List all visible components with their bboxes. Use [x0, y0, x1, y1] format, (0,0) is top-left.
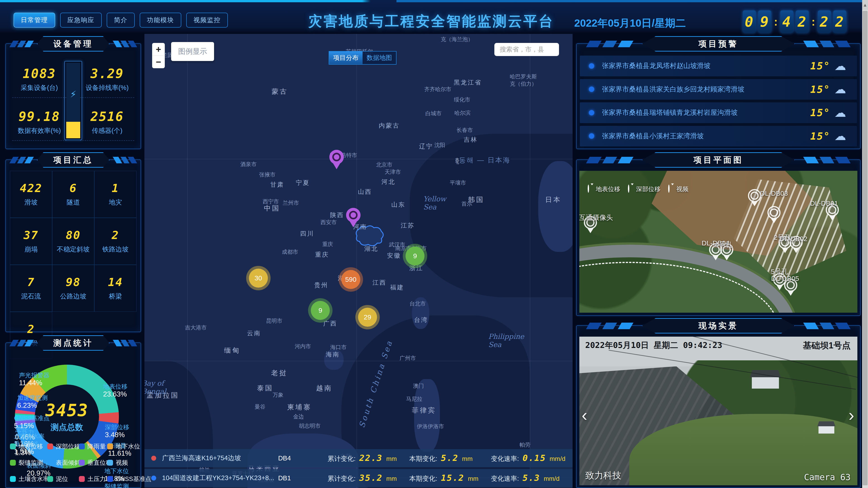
warning-row[interactable]: 张家界市桑植县洪家关白族乡回龙村顾家湾滑坡 15° ☁	[580, 79, 857, 100]
main-nav: 日常管理应急响应简介功能模块视频监控	[13, 13, 228, 28]
warning-temperature: 15°	[810, 107, 830, 119]
map-place-label: 福建	[390, 283, 404, 291]
nav-button-应急响应[interactable]: 应急响应	[60, 13, 102, 28]
map-place-label: 宁夏	[296, 179, 310, 187]
map-place-label: 菲律宾	[412, 406, 436, 415]
map-cluster-marker[interactable]: 29	[358, 308, 377, 327]
camera-id-label: Camera 63	[804, 472, 850, 482]
camera-next-button[interactable]: ›	[848, 405, 854, 425]
nav-button-视频监控[interactable]: 视频监控	[186, 13, 228, 28]
clock-digit: 4	[780, 10, 794, 33]
map-place-label: 西安市	[320, 219, 337, 226]
header-clock: 09:42:22	[743, 10, 846, 33]
camera-prev-button[interactable]: ‹	[582, 405, 587, 425]
nav-button-功能模块[interactable]: 功能模块	[140, 13, 181, 28]
warning-row[interactable]: 张家界市桑植县瑞塔铺镇青龙溪村岩屋沟滑坡 15° ☁	[580, 102, 857, 123]
warning-dot	[589, 63, 594, 69]
map-pin-marker[interactable]	[346, 208, 361, 227]
island-philippines	[414, 379, 440, 452]
map-place-label: 绥化市	[454, 96, 470, 103]
cell-label: 不稳定斜坡	[57, 245, 90, 254]
cell-label: 铁路边坡	[102, 245, 129, 254]
map-zoom-in-button[interactable]: +	[152, 43, 165, 56]
cell-label: 滑坡	[24, 198, 37, 207]
cell-label: 泥石流	[21, 292, 41, 301]
legend-swatch	[107, 444, 113, 449]
plan-legend: 地表位移深部位移视频	[588, 185, 688, 193]
legend-swatch	[79, 460, 85, 466]
map-place-label: 马尼拉	[406, 395, 422, 402]
stat-value: 3.29	[80, 66, 134, 81]
map-place-label: 山东	[391, 201, 405, 209]
map-place-label: Yellow Sea	[423, 195, 446, 211]
device-stat: 2516 传感器(个)	[80, 109, 134, 141]
map-place-label: 吉林	[464, 135, 477, 144]
scrollbar-up-icon[interactable]: ▲	[862, 0, 868, 10]
device-stat: 99.18 数据有效率(%)	[12, 109, 66, 141]
warning-dot	[589, 133, 594, 139]
cell-value: 1	[112, 182, 119, 195]
legend-item-土压力: 土压力	[79, 475, 107, 483]
nav-button-简介[interactable]: 简介	[107, 13, 135, 28]
panel-title-summary: 项目汇总	[37, 152, 110, 168]
legend-item-裂缝监测: 裂缝监测	[10, 459, 47, 467]
clock-colon: :	[774, 15, 778, 28]
map-cluster-marker[interactable]: 30	[249, 269, 268, 288]
warning-row[interactable]: 张家界市桑植县龙凤塔村赵山坡滑坡 15° ☁	[580, 56, 857, 76]
top-header: 日常管理应急响应简介功能模块视频监控 灾害地质与工程安全智能监测云平台 2022…	[0, 0, 862, 34]
legend-swatch	[47, 460, 53, 466]
nav-button-日常管理[interactable]: 日常管理	[13, 13, 55, 28]
points-legend: 地表位移深部位移降雨量地下水位裂缝监测表面倾斜垂直位移视频土壤含水率泥位土压力G…	[10, 442, 140, 488]
map-canvas[interactable]: 乌兰固木苏赫巴托尔克（海兰泡）哈巴罗夫斯 克（伯力）蒙古黑龙江省齐齐哈尔市绥化市…	[145, 34, 572, 488]
map-place-label: 张掖市	[259, 171, 276, 178]
plan-pin-marker[interactable]	[748, 189, 761, 206]
warning-name: 张家界市桑植县小溪村王家湾滑坡	[602, 131, 810, 141]
map-search-input[interactable]	[494, 43, 559, 56]
stat-value: 99.18	[12, 109, 66, 124]
point-stats-panel: 测点统计 3453 测点总数 地表位移深部位移降雨量地下水位裂缝监测表面倾斜垂直…	[5, 343, 141, 488]
map-place-label: 兰州市	[283, 199, 299, 206]
legend-item-GNSS基准点: GNSS基准点	[107, 475, 151, 483]
map-place-label: 胡志明市	[299, 422, 320, 429]
map-cluster-marker[interactable]: 9	[311, 301, 330, 320]
plan-marker-label: 4号孔	[715, 240, 733, 249]
row-status-dot	[151, 476, 156, 481]
map-data-row[interactable]: 广西兰海高速K16+754边坡 DB4 累计变化:22.3mm 本期变化:5.2…	[145, 449, 572, 467]
cell-value: 37	[24, 229, 38, 242]
scrollbar-thumb[interactable]	[863, 11, 868, 485]
map-tab-项目分布[interactable]: 项目分布	[329, 52, 363, 64]
summary-cell: 2 铁路边坡	[94, 218, 136, 265]
camera-location-label: 基础坝1号点	[803, 340, 850, 351]
site-plan-image[interactable]: 地表位移深部位移视频 DL-DB03DL-DB01互通摄像头DL-DB044号孔…	[579, 171, 857, 313]
map-place-label: 四川	[300, 230, 314, 238]
map-cluster-marker[interactable]: 590	[341, 270, 360, 289]
summary-cell: 98 公路边坡	[52, 265, 94, 312]
map-place-label: 台湾	[414, 316, 428, 324]
cell-label: 崩塌	[24, 245, 37, 254]
summary-cell: 80 不稳定斜坡	[52, 218, 94, 265]
map-legend-toggle-button[interactable]: 图例显示	[171, 42, 214, 61]
map-place-label: 山西	[358, 188, 372, 196]
map-place-label: 湖北	[364, 245, 378, 253]
warning-list: 张家界市桑植县龙凤塔村赵山坡滑坡 15° ☁ 张家界市桑植县洪家关白族乡回龙村顾…	[580, 56, 857, 147]
cell-label: 桥梁	[109, 292, 122, 301]
map-place-label: 武汉市	[389, 241, 405, 248]
map-pin-marker[interactable]	[329, 150, 344, 169]
map-place-label: 白城市	[425, 110, 441, 117]
device-stat: 1083 采集设备(台)	[12, 66, 66, 98]
page-scrollbar[interactable]: ▲	[862, 0, 868, 488]
map-place-label: 澳门	[413, 382, 424, 390]
cell-value: 14	[108, 275, 123, 289]
map-place-label: 金边	[293, 413, 304, 420]
map-cluster-marker[interactable]: 9	[405, 247, 425, 265]
map-zoom-out-button[interactable]: −	[152, 56, 165, 68]
map-data-row[interactable]: 104国道改建工程YK23+754-YK23+8... DB1 累计变化:35.…	[145, 469, 572, 487]
stat-label: 传感器(个)	[80, 126, 134, 141]
map-place-label: 河内市	[295, 343, 311, 350]
plan-pin-marker[interactable]	[767, 206, 780, 223]
warning-row[interactable]: 张家界市桑植县小溪村王家湾滑坡 15° ☁	[580, 126, 857, 147]
battery-gauge: ⚡	[64, 61, 82, 140]
clock-digit: 2	[818, 10, 831, 33]
map-tab-数据地图[interactable]: 数据地图	[363, 52, 396, 64]
map-place-label: 成都市	[282, 248, 298, 256]
